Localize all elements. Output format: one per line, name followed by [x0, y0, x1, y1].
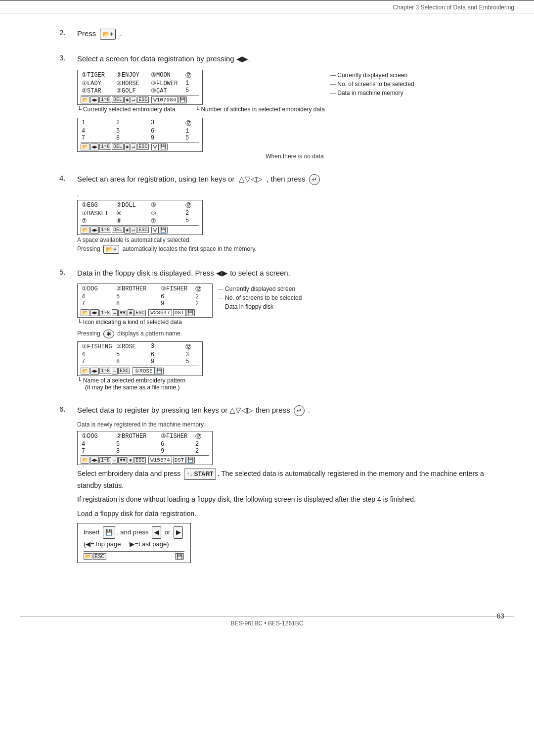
s5-annot-num: No. of screens to be selected: [218, 294, 302, 301]
s6r1c1: ①DOG: [81, 432, 115, 441]
step5-pattern-area: ①FISHING ②ROSE 3 ⑫ 4 5 6 3 7 8 9 5: [77, 341, 494, 391]
s3r1c2: ②ENJOY: [115, 71, 150, 80]
s4r2c4: 2: [184, 210, 199, 217]
e3r2c4: 1: [184, 128, 199, 135]
sp1tb-1to8: 1~8: [99, 368, 111, 374]
s4tb-val: W: [151, 227, 159, 234]
s5r2c2: 5: [115, 293, 160, 300]
tb-btn-folder: 📂: [81, 96, 89, 103]
sp1-bottom-annot2: (It may be the same as a file name.): [85, 384, 494, 391]
step5-screen-area: ①DOG ②BROTHER ③FISHER ⑫ 4 5 6 2 7 8: [77, 284, 494, 326]
s3r2c3: ③FLOWER: [150, 80, 184, 87]
annot-data-memory: Data in machine memory: [330, 90, 414, 96]
tb-btn-lr: ◀▶: [90, 96, 99, 103]
sp1tb-esc: ESC: [118, 368, 130, 374]
s6r1c3: ③FISHER: [160, 432, 194, 441]
step-3: 3. Select a screen for data registration…: [59, 53, 494, 160]
step-3-text: Select a screen for data registration by…: [77, 53, 494, 65]
s6r2c3: 6: [160, 441, 194, 448]
step6-data-note: Data is newly registered in the machine …: [77, 421, 494, 428]
step-6: 6. Select data to register by pressing t…: [59, 405, 494, 563]
s6r3c3: 9: [160, 448, 194, 455]
step2-icon: 📂+: [100, 29, 116, 40]
step-6-text: Select data to register by pressing ten …: [77, 405, 494, 416]
sp1r3c2: 8: [115, 358, 150, 365]
insert-disk-icon: 💾: [103, 526, 115, 538]
s5-toolbar: 📂 ◀▶ 1~8 ↵ ▼▼ ✱ ESC W23647 DST 💾: [81, 308, 209, 316]
etb-1to8: 1~8: [99, 143, 111, 150]
s5r3c3: 9: [160, 300, 194, 307]
step6-select-para: Select embroidery data and press ↑↓ STAR…: [77, 468, 494, 491]
annot-bottom-left: └ Currently selected embroidery data: [77, 106, 176, 113]
step5-annot-right: Currently displayed screen No. of screen…: [218, 285, 302, 312]
step4-dot: .: [77, 190, 494, 198]
step4-screen: ①EGG ②DOLL ③ ⑫ ①BASKET ④ ⑤ 2 ⑦ ⑥ ⑦ 5: [77, 200, 203, 235]
etb-save: 💾: [159, 143, 168, 150]
enter-icon-step4: ↵: [309, 174, 320, 185]
s3r1c4: ⑫: [184, 71, 199, 80]
step6-screen-area: ①DOG ②BROTHER ③FISHER ⑫ 4 5 6 2 7 8 9 2: [77, 431, 494, 465]
s5tb-enter: ↵: [112, 309, 118, 316]
s3r3c1: ②STAR: [81, 87, 115, 94]
s6tb-esc: ESC: [134, 457, 146, 464]
annot-num-screens: No. of screens to be selected: [330, 81, 414, 88]
s5tb-folder: 📂: [81, 309, 89, 316]
sp1tb-val: ①ROSE: [133, 367, 154, 375]
s5r1c3: ③FISHER: [160, 285, 194, 293]
s4tb-star: ✱: [124, 227, 130, 234]
s6tb-save: 💾: [186, 457, 195, 464]
s4tb-esc: ESC: [137, 227, 149, 233]
sp1tb-save: 💾: [155, 368, 164, 375]
e3r3c1: 7: [81, 135, 115, 142]
s4r3c3: ⑦: [150, 217, 184, 225]
s6r2c1: 4: [81, 441, 115, 448]
ins-folder: 📂: [84, 553, 92, 560]
insert-right-icon: ▶: [174, 526, 183, 538]
s4r3c4: 5: [184, 217, 199, 225]
step5-star-note: Pressing ✱ displays a pattern name.: [77, 330, 494, 338]
etb-star: ✱: [124, 143, 130, 150]
e3r3c3: 9: [150, 135, 184, 142]
step-6-num: 6.: [59, 405, 77, 413]
annot-bottom-right: └ Number of stitches in selected embroid…: [195, 106, 325, 113]
page-number: 63: [496, 612, 504, 620]
s5r2c1: 4: [81, 293, 115, 300]
s5r1c2: ②BROTHER: [115, 285, 160, 293]
step5-screen-wrap: ①DOG ②BROTHER ③FISHER ⑫ 4 5 6 2 7 8: [77, 284, 213, 326]
tb-val-stitches: W107984: [151, 96, 178, 103]
e3-toolbar: 📂 ◀▶ 1~8 DEL ✱ ↵ ESC W 💾: [81, 142, 199, 150]
start-icon: ↑↓ START: [184, 469, 216, 480]
footer-model: BES-961BC • BES-1261BC: [0, 617, 534, 630]
tb-btn-del: DEL: [112, 96, 124, 103]
step-2-num: 2.: [59, 28, 77, 37]
pressing-folder-icon: 📂+: [103, 245, 119, 254]
sp1tb-folder: 📂: [81, 368, 89, 375]
s3r2c2: ②HORSE: [115, 80, 150, 87]
insert-left-icon: ◀: [152, 526, 161, 538]
s4-toolbar: 📂 ◀▶ 1~8 DEL ✱ ↵ ESC W 💾: [81, 225, 199, 234]
step5-screen: ①DOG ②BROTHER ③FISHER ⑫ 4 5 6 2 7 8: [77, 284, 213, 318]
s6r3c1: 7: [81, 448, 115, 455]
s6tb-folder: 📂: [81, 457, 89, 464]
etb-del: DEL: [112, 143, 124, 150]
s5tb-val: W23647: [148, 309, 172, 316]
s5tb-dst: DST: [173, 309, 186, 316]
s4tb-save: 💾: [159, 227, 168, 234]
sp1r2c2: 5: [115, 351, 150, 358]
insert-line1: Insert 💾, and press ◀ or ▶: [84, 526, 184, 538]
step4-note2: Pressing 📂+ automatically locates the fi…: [77, 245, 494, 254]
s3r3c4: 5: [184, 87, 199, 94]
s3r2c1: ①LADY: [81, 80, 115, 87]
e3r1c1: 1: [81, 119, 115, 128]
s5tb-esc: ESC: [134, 310, 146, 316]
step6-if-note: If registration is done without loading …: [77, 494, 494, 505]
insert-toolbar: 📂 ESC 💾: [84, 551, 184, 560]
s6tb-dst: DST: [173, 457, 186, 464]
s5r3c1: 7: [81, 300, 115, 307]
s4r1c4: ⑫: [184, 201, 199, 210]
s5tb-lr: ◀▶: [90, 309, 99, 316]
enter-icon-step6: ↵: [294, 405, 305, 416]
s6tb-lr: ◀▶: [90, 457, 99, 464]
s3r1c3: ③MOON: [150, 71, 184, 80]
s4r3c1: ⑦: [81, 217, 115, 225]
